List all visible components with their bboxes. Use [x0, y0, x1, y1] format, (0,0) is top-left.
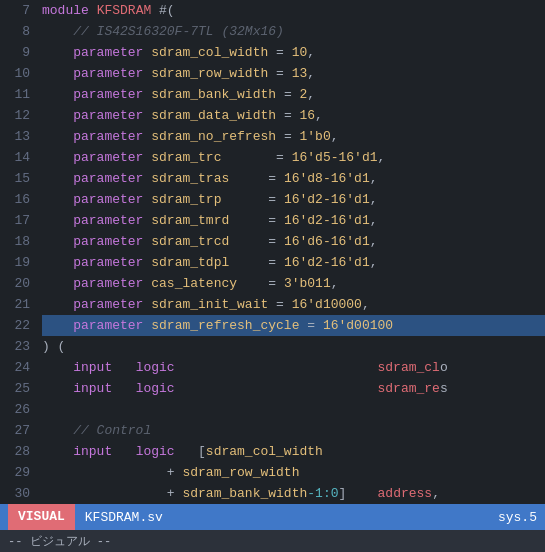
line-num-20: 20 [0, 273, 30, 294]
line-num-27: 27 [0, 420, 30, 441]
code-line-12: parameter sdram_data_width = 16, [42, 105, 545, 126]
status-filename: KFSDRAM.sv [85, 510, 163, 525]
line-num-19: 19 [0, 252, 30, 273]
code-area: 7 8 9 10 11 12 13 14 15 16 17 18 19 20 2… [0, 0, 545, 504]
line-num-23: 23 [0, 336, 30, 357]
code-line-18: parameter sdram_trcd = 16'd6-16'd1, [42, 231, 545, 252]
code-line-28: input logic [sdram_col_width [42, 441, 545, 462]
code-line-13: parameter sdram_no_refresh = 1'b0, [42, 126, 545, 147]
line-num-26: 26 [0, 399, 30, 420]
line-num-24: 24 [0, 357, 30, 378]
editor-container: 7 8 9 10 11 12 13 14 15 16 17 18 19 20 2… [0, 0, 545, 552]
status-position: sys. [498, 510, 529, 525]
line-num-21: 21 [0, 294, 30, 315]
line-num-7: 7 [0, 0, 30, 21]
code-line-30: + sdram_bank_width-1:0] address, [42, 483, 545, 504]
status-right: sys.5 [498, 510, 537, 525]
line-num-13: 13 [0, 126, 30, 147]
code-line-9: parameter sdram_col_width = 10, [42, 42, 545, 63]
code-line-21: parameter sdram_init_wait = 16'd10000, [42, 294, 545, 315]
code-line-23: ) ( [42, 336, 545, 357]
line-num-12: 12 [0, 105, 30, 126]
code-line-10: parameter sdram_row_width = 13, [42, 63, 545, 84]
code-line-15: parameter sdram_tras = 16'd8-16'd1, [42, 168, 545, 189]
code-line-27: // Control [42, 420, 545, 441]
line-num-30: 30 [0, 483, 30, 504]
code-line-11: parameter sdram_bank_width = 2, [42, 84, 545, 105]
status-linecol: 5 [529, 510, 537, 525]
status-mode: VISUAL [8, 504, 75, 530]
code-line-19: parameter sdram_tdpl = 16'd2-16'd1, [42, 252, 545, 273]
status-bar: VISUAL KFSDRAM.sv sys.5 [0, 504, 545, 530]
line-num-18: 18 [0, 231, 30, 252]
line-num-14: 14 [0, 147, 30, 168]
code-line-22: parameter sdram_refresh_cycle = 16'd0010… [42, 315, 545, 336]
code-line-16: parameter sdram_trp = 16'd2-16'd1, [42, 189, 545, 210]
code-line-25: input logic sdram_res [42, 378, 545, 399]
line-num-29: 29 [0, 462, 30, 483]
line-num-25: 25 [0, 378, 30, 399]
bottom-mode-text: -- ビジュアル -- [8, 533, 111, 550]
line-num-15: 15 [0, 168, 30, 189]
code-line-26 [42, 399, 545, 420]
status-left: VISUAL KFSDRAM.sv [8, 504, 163, 530]
code-line-14: parameter sdram_trc = 16'd5-16'd1, [42, 147, 545, 168]
line-num-28: 28 [0, 441, 30, 462]
line-numbers: 7 8 9 10 11 12 13 14 15 16 17 18 19 20 2… [0, 0, 38, 504]
bottom-bar: -- ビジュアル -- [0, 530, 545, 552]
code-line-8: // IS42S16320F-7TL (32Mx16) [42, 21, 545, 42]
line-num-22: 22 [0, 315, 30, 336]
code-line-20: parameter cas_latency = 3'b011, [42, 273, 545, 294]
line-num-11: 11 [0, 84, 30, 105]
line-num-10: 10 [0, 63, 30, 84]
code-line-24: input logic sdram_clo [42, 357, 545, 378]
line-num-8: 8 [0, 21, 30, 42]
code-line-7: module KFSDRAM #( [42, 0, 545, 21]
code-content: module KFSDRAM #( // IS42S16320F-7TL (32… [38, 0, 545, 504]
line-num-17: 17 [0, 210, 30, 231]
line-num-16: 16 [0, 189, 30, 210]
code-line-29: + sdram_row_width [42, 462, 545, 483]
code-line-17: parameter sdram_tmrd = 16'd2-16'd1, [42, 210, 545, 231]
line-num-9: 9 [0, 42, 30, 63]
